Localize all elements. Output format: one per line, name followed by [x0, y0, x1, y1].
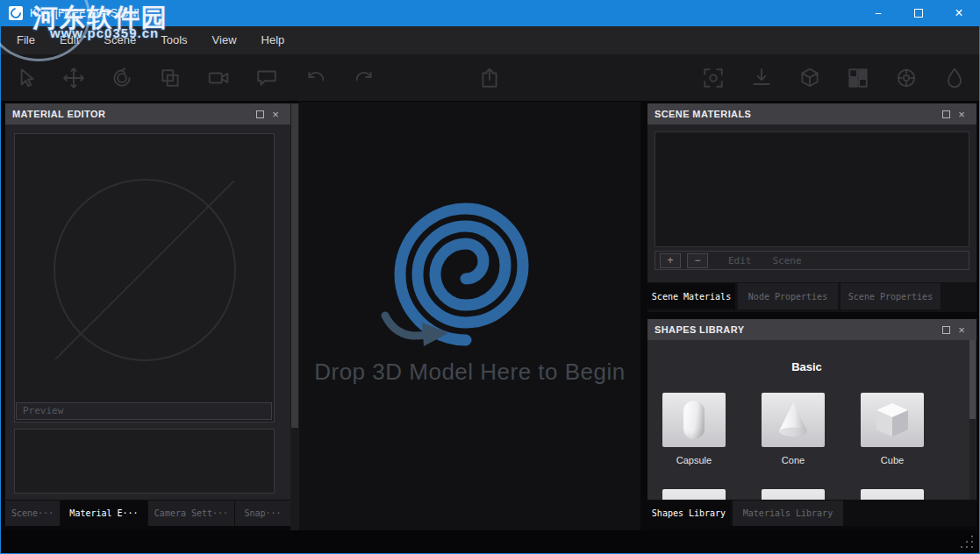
menu-view[interactable]: View: [200, 26, 249, 54]
viewport-canvas[interactable]: Drop 3D Model Here to Begin: [299, 102, 640, 530]
export-3d-icon[interactable]: [794, 62, 826, 94]
scene-materials-header: SCENE MATERIALS ×: [647, 103, 976, 124]
edit-material-button[interactable]: Edit: [728, 255, 752, 266]
share-icon[interactable]: [474, 62, 505, 94]
select-tool-icon[interactable]: [10, 62, 41, 94]
menu-edit[interactable]: Edit: [47, 26, 91, 54]
scene-materials-title: SCENE MATERIALS: [655, 109, 938, 119]
right-bottom-tabbar: Shapes Library Materials Library: [647, 500, 976, 526]
scene-material-button[interactable]: Scene: [773, 255, 802, 266]
shape-label: Capsule: [662, 455, 726, 465]
shapes-library-panel: SHAPES LIBRARY × Basic Capsule: [647, 319, 976, 526]
remove-material-button[interactable]: −: [687, 253, 708, 268]
cube-thumbnail: [861, 393, 924, 447]
close-panel-icon[interactable]: ×: [954, 323, 969, 337]
category-basic-label: Basic: [647, 360, 966, 373]
shape-label: Cone: [762, 455, 825, 465]
undo-icon[interactable]: [300, 62, 332, 94]
redo-icon[interactable]: [348, 62, 380, 94]
float-icon: [942, 110, 950, 118]
menu-help[interactable]: Help: [249, 26, 297, 54]
float-icon: [256, 110, 264, 118]
materials-list: [655, 131, 969, 247]
shapes-scrollbar[interactable]: [969, 340, 976, 500]
float-panel-button[interactable]: [938, 323, 954, 337]
scene-materials-panel: SCENE MATERIALS × + − Edit Scene Scene M…: [647, 103, 976, 312]
shape-card-partial[interactable]: [662, 489, 726, 500]
shape-card-capsule[interactable]: Capsule: [662, 393, 726, 465]
render-icon[interactable]: [891, 62, 922, 94]
title-bar: Koru [FREE VERSION] − ×: [1, 0, 979, 26]
right-top-tabbar: Scene Materials Node Properties Scene Pr…: [647, 282, 976, 312]
tab-materials-library[interactable]: Materials Library: [733, 501, 843, 526]
shape-card-partial[interactable]: [762, 489, 825, 500]
close-button[interactable]: ×: [939, 0, 979, 26]
cone-thumbnail: [762, 393, 825, 447]
tab-snap[interactable]: Snap···: [235, 501, 290, 526]
koru-logo: [334, 191, 597, 366]
close-panel-icon[interactable]: ×: [954, 107, 969, 121]
close-panel-icon[interactable]: ×: [268, 107, 283, 121]
preview-button[interactable]: Preview: [16, 402, 272, 420]
shape-card-cube[interactable]: Cube: [861, 393, 924, 465]
material-editor-header: MATERIAL EDITOR ×: [5, 103, 290, 124]
float-icon: [942, 326, 950, 334]
vertical-scrollbar-thumb[interactable]: [291, 103, 298, 428]
minimize-button[interactable]: −: [858, 0, 898, 26]
tab-material-editor[interactable]: Material E···: [61, 501, 147, 526]
window-title: Koru [FREE VERSION]: [30, 7, 139, 19]
material-editor-panel: MATERIAL EDITOR × Preview Scene··· Mater…: [5, 103, 290, 526]
light-icon[interactable]: [939, 62, 970, 94]
koru-window: Koru [FREE VERSION] − × 河东软件园 www.pc0359…: [0, 0, 980, 554]
tab-shapes-library[interactable]: Shapes Library: [647, 501, 730, 526]
shape-card-partial[interactable]: [861, 489, 924, 500]
capture-icon[interactable]: [697, 62, 729, 94]
shape-label: Cube: [861, 455, 924, 465]
drop-model-hint: Drop 3D Model Here to Begin: [299, 359, 640, 386]
cone-icon: [774, 400, 812, 440]
maximize-button[interactable]: [898, 0, 939, 26]
resize-grip[interactable]: [961, 536, 975, 550]
shape-card-cone[interactable]: Cone: [762, 393, 825, 465]
shapes-scrollbar-thumb[interactable]: [969, 340, 976, 419]
float-panel-button[interactable]: [938, 107, 954, 121]
scene-materials-body: + − Edit Scene: [647, 124, 976, 286]
material-preview-placeholder: [15, 134, 274, 422]
tab-camera-settings[interactable]: Camera Sett···: [148, 501, 234, 526]
app-logo-icon: [9, 6, 23, 20]
bottom-strip: [1, 530, 979, 553]
capsule-thumbnail: [662, 393, 726, 447]
move-tool-icon[interactable]: [58, 62, 89, 94]
shapes-library-body: Basic Capsule: [647, 340, 976, 500]
material-preview-viewport: Preview: [14, 133, 275, 423]
tab-scene[interactable]: Scene···: [5, 501, 60, 526]
menu-bar: File Edit Scene Tools View Help: [1, 26, 979, 54]
material-properties-box: [14, 429, 275, 494]
shapes-library-header: SHAPES LIBRARY ×: [647, 319, 976, 340]
duplicate-icon[interactable]: [154, 62, 186, 94]
tab-scene-properties[interactable]: Scene Properties: [841, 283, 941, 309]
layout-icon[interactable]: [842, 62, 874, 94]
maximize-icon: [914, 9, 923, 18]
cube-icon: [872, 400, 912, 440]
shapes-library-title: SHAPES LIBRARY: [655, 324, 938, 335]
menu-tools[interactable]: Tools: [148, 26, 199, 54]
left-dock-tabbar: Scene··· Material E··· Camera Sett··· Sn…: [5, 500, 290, 526]
vertical-scrollbar[interactable]: [290, 103, 299, 530]
float-panel-button[interactable]: [252, 107, 268, 121]
rotate-tool-icon[interactable]: [106, 62, 138, 94]
camera-icon[interactable]: [203, 62, 234, 94]
import-icon[interactable]: [746, 62, 777, 94]
capsule-icon: [683, 401, 705, 439]
materials-button-row: + − Edit Scene: [655, 251, 969, 270]
toolbar: [1, 54, 979, 102]
menu-scene[interactable]: Scene: [91, 26, 148, 54]
tab-scene-materials[interactable]: Scene Materials: [647, 283, 735, 309]
comment-icon[interactable]: [251, 62, 283, 94]
material-editor-body: Preview: [5, 124, 290, 500]
material-editor-title: MATERIAL EDITOR: [12, 109, 252, 119]
tab-node-properties[interactable]: Node Properties: [738, 283, 838, 309]
add-material-button[interactable]: +: [660, 253, 681, 268]
menu-file[interactable]: File: [4, 26, 47, 54]
